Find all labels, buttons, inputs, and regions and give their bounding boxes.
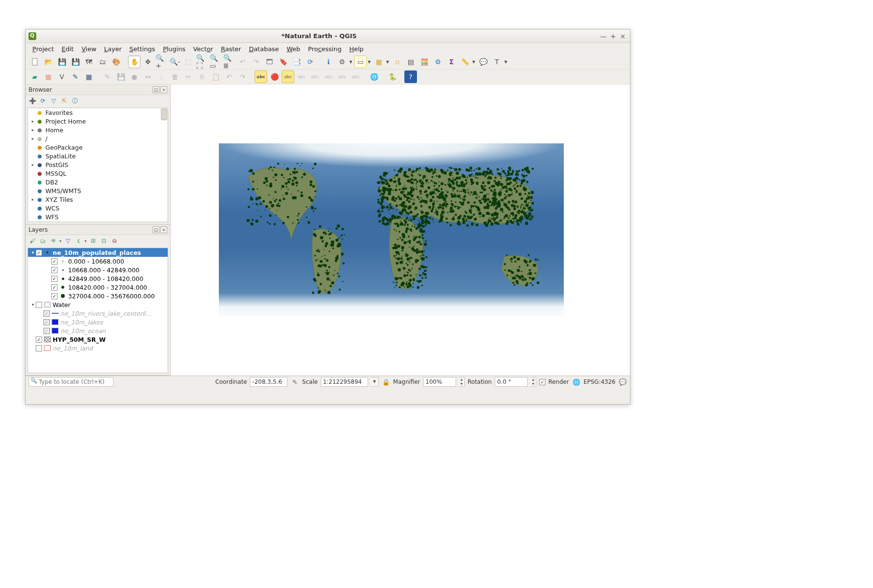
- minimize-button[interactable]: —: [599, 32, 608, 41]
- browser-item[interactable]: ●Favorites: [28, 108, 168, 117]
- properties-icon[interactable]: ⓘ: [70, 96, 80, 106]
- lock-scale-icon[interactable]: 🔒: [382, 378, 390, 386]
- layer-row[interactable]: ✓ne_10m_rivers_lake_centerli…: [28, 309, 168, 318]
- layer-row[interactable]: ✓HYP_50M_SR_W: [28, 335, 168, 344]
- select-by-value-button[interactable]: ▦: [372, 56, 385, 68]
- layer-checkbox[interactable]: ✓: [36, 250, 42, 256]
- group-checkbox[interactable]: ✓: [36, 302, 42, 308]
- layer-row[interactable]: ✓327004.000 - 35676000.000: [28, 292, 168, 300]
- rotation-spinner[interactable]: ▲▼: [530, 377, 536, 387]
- pan-button[interactable]: ✋: [128, 56, 141, 68]
- browser-item[interactable]: ▸●PostGIS: [28, 160, 168, 169]
- magnifier-spinner[interactable]: ▲▼: [459, 377, 465, 387]
- statistics-button[interactable]: Σ: [445, 56, 458, 68]
- menu-raster[interactable]: Raster: [217, 44, 245, 54]
- magnifier-field[interactable]: 100%: [423, 377, 456, 387]
- layer-style-icon[interactable]: 🖌: [28, 236, 37, 246]
- browser-item[interactable]: ●WMS/WMTS: [28, 186, 168, 195]
- diagram-button[interactable]: 🔴: [268, 70, 281, 83]
- browser-scrollbar[interactable]: [161, 109, 167, 120]
- new-bookmark-button[interactable]: 🔖: [277, 56, 289, 68]
- label-toolbar-button[interactable]: abc: [255, 70, 267, 83]
- menu-project[interactable]: Project: [29, 44, 58, 54]
- toolbox-button[interactable]: ⚙: [431, 56, 444, 68]
- action-dropdown[interactable]: ▼: [348, 60, 353, 64]
- class-checkbox[interactable]: ✓: [51, 267, 57, 273]
- field-calculator-button[interactable]: 🧮: [418, 56, 430, 68]
- expand-arrow[interactable]: ▸: [30, 197, 36, 202]
- action-button[interactable]: ⚙: [336, 56, 348, 68]
- zoom-layer-button[interactable]: 🔍≣: [223, 56, 235, 68]
- layer-row[interactable]: ✓ne_10m_ocean: [28, 326, 168, 335]
- map-canvas[interactable]: [171, 84, 630, 376]
- add-layer-icon[interactable]: ➕: [28, 96, 37, 106]
- python-console-button[interactable]: 🐍: [386, 70, 399, 83]
- layers-undock-button[interactable]: ◱: [153, 226, 159, 233]
- filter-expression-icon[interactable]: ε: [74, 236, 84, 246]
- measure-dropdown[interactable]: ▼: [471, 60, 476, 64]
- layers-close-button[interactable]: ×: [160, 226, 167, 233]
- select-features-button[interactable]: ▭: [354, 56, 367, 68]
- add-raster-button[interactable]: ▦: [42, 70, 55, 83]
- browser-close-button[interactable]: ×: [160, 86, 167, 93]
- expand-arrow[interactable]: ▸: [30, 119, 36, 124]
- menu-settings[interactable]: Settings: [126, 44, 159, 54]
- coord-field[interactable]: -208.3,5.6: [250, 377, 287, 387]
- toggle-editing-button[interactable]: ✎: [69, 70, 82, 83]
- browser-item[interactable]: ●WCS: [28, 204, 168, 212]
- style-manager-button[interactable]: 🎨: [110, 56, 122, 68]
- zoom-in-button[interactable]: 🔍+: [155, 56, 168, 68]
- collapse-all-icon[interactable]: ⇱: [59, 96, 69, 106]
- layer-checkbox[interactable]: ✓: [36, 345, 42, 351]
- map-tips-button[interactable]: 💬: [477, 56, 490, 68]
- raster-calculator-button[interactable]: ▦: [83, 70, 95, 83]
- layer-row[interactable]: ▾✓Water: [28, 300, 168, 309]
- expand-arrow[interactable]: ▸: [30, 127, 36, 132]
- save-as-button[interactable]: 💾: [69, 56, 82, 68]
- menu-help[interactable]: Help: [345, 44, 368, 54]
- annotation-button[interactable]: T: [491, 56, 503, 68]
- menu-vector[interactable]: Vector: [189, 44, 217, 54]
- zoom-full-button[interactable]: 🔍⛶: [196, 56, 208, 68]
- messages-icon[interactable]: 💬: [618, 378, 627, 386]
- layout-manager-button[interactable]: 🗂: [96, 56, 109, 68]
- layer-checkbox[interactable]: ✓: [43, 319, 50, 325]
- filter-icon[interactable]: ▽: [49, 96, 58, 106]
- add-group-icon[interactable]: 🗂: [38, 236, 48, 246]
- browser-item[interactable]: ▸●XYZ Tiles: [28, 195, 168, 204]
- render-checkbox[interactable]: ✓: [539, 379, 545, 385]
- crs-icon[interactable]: 🌐: [572, 378, 581, 386]
- metasearch-button[interactable]: 🌐: [368, 70, 380, 83]
- identify-button[interactable]: ℹ: [322, 56, 335, 68]
- menu-plugins[interactable]: Plugins: [159, 44, 189, 54]
- layer-row[interactable]: ✓108420.000 - 327004.000: [28, 283, 168, 292]
- rotation-field[interactable]: 0.0 °: [495, 377, 528, 387]
- expand-arrow[interactable]: ▸: [30, 162, 36, 167]
- maximize-button[interactable]: +: [609, 32, 617, 41]
- extents-toggle-icon[interactable]: ✎: [290, 378, 299, 386]
- select-by-value-dropdown[interactable]: ▼: [385, 60, 390, 64]
- class-checkbox[interactable]: ✓: [51, 276, 57, 282]
- new-print-layout-button[interactable]: 🗺: [83, 56, 95, 68]
- expand-arrow[interactable]: ▾: [30, 250, 36, 255]
- layer-row[interactable]: ✓ne_10m_land: [28, 344, 168, 352]
- menu-layer[interactable]: Layer: [100, 44, 126, 54]
- attribute-table-button[interactable]: ▤: [404, 56, 417, 68]
- browser-item[interactable]: ●DB2: [28, 178, 168, 186]
- layers-tree[interactable]: ▾✓ne_10m_populated_places✓0.000 - 10668.…: [28, 248, 168, 373]
- class-checkbox[interactable]: ✓: [51, 293, 57, 299]
- layer-checkbox[interactable]: ✓: [43, 328, 50, 334]
- browser-tree[interactable]: ●Favorites▸●Project Home▸●Home▸●/●GeoPac…: [28, 108, 168, 222]
- show-bookmarks-button[interactable]: 📑: [290, 56, 303, 68]
- layer-row[interactable]: ✓10668.000 - 42849.000: [28, 266, 168, 274]
- refresh-button[interactable]: ⟳: [304, 56, 316, 68]
- highlight-labels-button[interactable]: abc: [282, 70, 294, 83]
- pan-to-selection-button[interactable]: ✥: [142, 56, 154, 68]
- layer-row[interactable]: ✓ne_10m_lakes: [28, 318, 168, 326]
- scale-dropdown[interactable]: ▼: [371, 377, 379, 387]
- menu-edit[interactable]: Edit: [58, 44, 78, 54]
- filter-legend-icon[interactable]: ▽: [63, 236, 73, 246]
- new-shapefile-button[interactable]: V: [56, 70, 68, 83]
- browser-item[interactable]: ▸●Home: [28, 126, 168, 134]
- menu-processing[interactable]: Processing: [304, 44, 345, 54]
